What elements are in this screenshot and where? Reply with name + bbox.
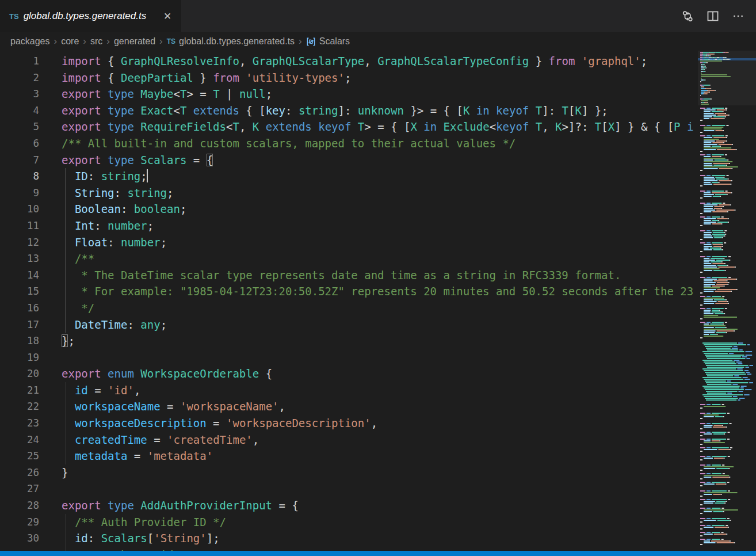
code-line[interactable]: 1import { GraphQLResolveInfo, GraphQLSca…	[0, 53, 693, 70]
code-line[interactable]: 30 id: Scalars['String'];	[0, 530, 693, 547]
line-number: 29	[0, 514, 39, 531]
code-text: export type RequireFields<T, K extends k…	[39, 119, 693, 135]
code-line[interactable]: 28export type AddAuthProviderInput = {	[0, 497, 693, 514]
line-number: 7	[0, 152, 39, 169]
code-line[interactable]: 15 * For example: "1985-04-12T23:20:50.5…	[0, 283, 693, 300]
line-number: 15	[0, 283, 39, 300]
breadcrumb-label: core	[61, 36, 79, 47]
code-line[interactable]: 3export type Maybe<T> = T | null;	[0, 86, 693, 102]
line-number: 9	[0, 185, 39, 201]
breadcrumb-item-scalars[interactable]: Scalars	[306, 36, 350, 47]
code-line[interactable]: 8 ID: string;	[0, 168, 693, 185]
line-number: 26	[0, 464, 39, 481]
text-cursor	[147, 169, 148, 182]
code-line[interactable]: 23 workspaceDescription = 'workspaceDesc…	[0, 415, 693, 432]
code-line[interactable]: 4export type Exact<T extends { [key: str…	[0, 102, 693, 119]
code-line[interactable]: 2import { DeepPartial } from 'utility-ty…	[0, 70, 693, 86]
code-line[interactable]: 9 String: string;	[0, 185, 693, 201]
code-line[interactable]: 6/** All built-in and custom scalars, ma…	[0, 135, 693, 152]
code-text: import { GraphQLResolveInfo, GraphQLScal…	[39, 53, 693, 70]
code-text: Float: number;	[39, 234, 693, 251]
code-text: import { DeepPartial } from 'utility-typ…	[39, 70, 693, 86]
code-text: export type Maybe<T> = T | null;	[39, 86, 693, 102]
line-number: 18	[0, 333, 39, 349]
line-number: 17	[0, 317, 39, 333]
split-editor-icon[interactable]	[704, 7, 721, 25]
code-text	[39, 349, 693, 366]
line-number: 4	[0, 102, 39, 119]
line-number: 16	[0, 300, 39, 317]
code-line[interactable]: 29 /** Auth Provider ID */	[0, 514, 693, 531]
code-line[interactable]: 17 DateTime: any;	[0, 317, 693, 333]
code-text: }	[39, 464, 693, 481]
code-text: */	[39, 300, 693, 317]
code-line[interactable]: 10 Boolean: boolean;	[0, 201, 693, 218]
line-number: 22	[0, 398, 39, 415]
code-line[interactable]: 26}	[0, 464, 693, 481]
code-line[interactable]: 22 workspaceName = 'workspaceName',	[0, 398, 693, 415]
code-text: Int: number;	[39, 218, 693, 234]
breadcrumb-label: Scalars	[319, 36, 350, 47]
line-number: 11	[0, 218, 39, 234]
code-text: id = 'id',	[39, 382, 693, 399]
code-text: /**	[39, 250, 693, 267]
minimap[interactable]	[698, 51, 756, 550]
code-line[interactable]: 14 * The DateTime scalar type represents…	[0, 267, 693, 284]
line-number: 13	[0, 250, 39, 267]
editor-pane[interactable]: 1import { GraphQLResolveInfo, GraphQLSca…	[0, 51, 756, 556]
code-line[interactable]: 18};	[0, 333, 693, 349]
breadcrumb-item-core[interactable]: core	[61, 36, 79, 47]
code-line[interactable]: 25 metadata = 'metadata'	[0, 448, 693, 464]
code-text: createdTime = 'createdTime',	[39, 432, 693, 448]
code-text: * For example: "1985-04-12T23:20:50.52Z"…	[39, 283, 693, 300]
breadcrumb-separator: ›	[159, 36, 163, 47]
line-number: 23	[0, 415, 39, 432]
close-tab-icon[interactable]: ✕	[161, 9, 174, 23]
code-line[interactable]: 24 createdTime = 'createdTime',	[0, 432, 693, 448]
tab-bar: TS global.db.types.generated.ts ✕	[0, 0, 756, 32]
symbol-type-icon	[306, 37, 316, 47]
code-area[interactable]: 1import { GraphQLResolveInfo, GraphQLSca…	[0, 53, 693, 556]
breadcrumb-separator: ›	[299, 36, 302, 47]
breadcrumb-item-src[interactable]: src	[90, 36, 102, 47]
code-text: export enum WorkspaceOrderable {	[39, 365, 693, 382]
line-number: 25	[0, 448, 39, 464]
code-line[interactable]: 5export type RequireFields<T, K extends …	[0, 119, 693, 135]
code-text: ID: string;	[39, 168, 693, 185]
code-text: metadata = 'metadata'	[39, 448, 693, 464]
line-number: 28	[0, 497, 39, 514]
line-number: 14	[0, 267, 39, 284]
breadcrumb: packages›core›src›generated›TSglobal.db.…	[0, 32, 756, 51]
breadcrumb-item-generated[interactable]: generated	[114, 36, 155, 47]
code-text: };	[39, 333, 693, 349]
line-number: 5	[0, 119, 39, 135]
open-changes-icon[interactable]	[679, 7, 696, 25]
more-actions-icon[interactable]	[730, 7, 747, 25]
code-text: DateTime: any;	[39, 317, 693, 333]
code-line[interactable]: 13 /**	[0, 250, 693, 267]
code-text: workspaceDescription = 'workspaceDescrip…	[39, 415, 693, 432]
code-text: /** All built-in and custom scalars, map…	[39, 135, 693, 152]
code-line[interactable]: 7export type Scalars = {	[0, 152, 693, 169]
line-number: 27	[0, 481, 39, 497]
code-text: workspaceName = 'workspaceName',	[39, 398, 693, 415]
code-text: * The DateTime scalar type represents da…	[39, 267, 693, 284]
code-line[interactable]: 27	[0, 481, 693, 497]
breadcrumb-item-global-db-types-generated-ts[interactable]: TSglobal.db.types.generated.ts	[167, 36, 295, 47]
breadcrumb-separator: ›	[106, 36, 110, 47]
code-line[interactable]: 20export enum WorkspaceOrderable {	[0, 365, 693, 382]
tab-title: global.db.types.generated.ts	[24, 10, 147, 22]
line-number: 6	[0, 135, 39, 152]
code-line[interactable]: 21 id = 'id',	[0, 382, 693, 399]
code-text	[39, 481, 693, 497]
line-number: 2	[0, 70, 39, 86]
line-number: 1	[0, 53, 39, 70]
breadcrumb-item-packages[interactable]: packages	[10, 36, 50, 47]
tab-global-db-types[interactable]: TS global.db.types.generated.ts ✕	[0, 0, 182, 32]
code-line[interactable]: 12 Float: number;	[0, 234, 693, 251]
vscode-window: TS global.db.types.generated.ts ✕	[0, 0, 756, 556]
code-line[interactable]: 11 Int: number;	[0, 218, 693, 234]
code-line[interactable]: 16 */	[0, 300, 693, 317]
line-number: 21	[0, 382, 39, 399]
code-line[interactable]: 19	[0, 349, 693, 366]
